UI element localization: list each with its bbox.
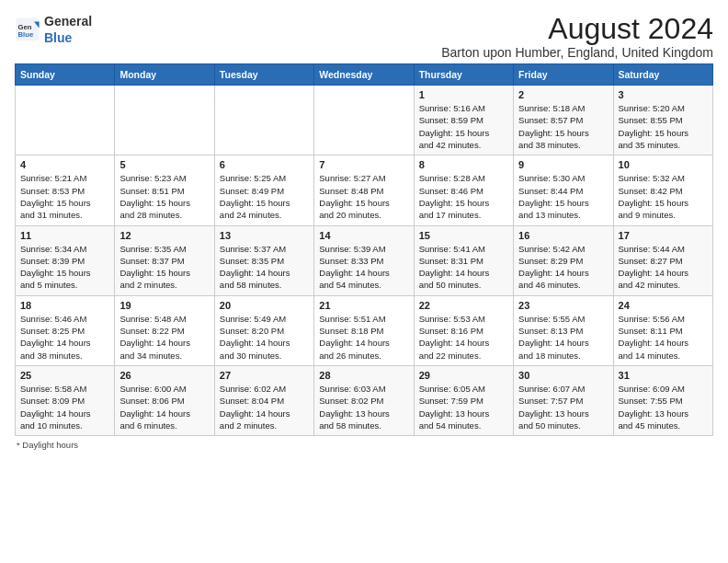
col-header-saturday: Saturday xyxy=(613,64,712,86)
svg-text:Gen: Gen xyxy=(18,23,32,31)
day-number: 8 xyxy=(419,159,508,170)
day-info: Sunrise: 6:03 AM Sunset: 8:02 PM Dayligh… xyxy=(319,383,408,431)
day-info: Sunrise: 5:30 AM Sunset: 8:44 PM Dayligh… xyxy=(518,172,608,221)
day-number: 12 xyxy=(119,230,209,241)
logo-general: General xyxy=(44,14,92,29)
day-number: 1 xyxy=(419,89,508,100)
day-cell: 28Sunrise: 6:03 AM Sunset: 8:02 PM Dayli… xyxy=(314,365,414,435)
day-number: 2 xyxy=(518,89,608,100)
day-info: Sunrise: 5:23 AM Sunset: 8:51 PM Dayligh… xyxy=(119,172,209,221)
day-info: Sunrise: 5:51 AM Sunset: 8:18 PM Dayligh… xyxy=(319,313,408,362)
day-number: 14 xyxy=(319,230,408,241)
day-cell: 11Sunrise: 5:34 AM Sunset: 8:39 PM Dayli… xyxy=(16,225,115,295)
day-info: Sunrise: 5:46 AM Sunset: 8:25 PM Dayligh… xyxy=(20,313,109,362)
day-number: 21 xyxy=(319,300,408,311)
day-number: 26 xyxy=(119,370,209,381)
day-cell: 8Sunrise: 5:28 AM Sunset: 8:46 PM Daylig… xyxy=(414,155,513,225)
day-info: Sunrise: 5:48 AM Sunset: 8:22 PM Dayligh… xyxy=(119,313,209,362)
day-info: Sunrise: 5:55 AM Sunset: 8:13 PM Dayligh… xyxy=(518,313,608,362)
day-cell: 29Sunrise: 6:05 AM Sunset: 7:59 PM Dayli… xyxy=(414,365,513,435)
day-cell xyxy=(214,86,313,155)
day-cell: 26Sunrise: 6:00 AM Sunset: 8:06 PM Dayli… xyxy=(115,365,214,435)
day-number: 28 xyxy=(319,370,408,381)
day-number: 4 xyxy=(20,159,109,170)
col-header-sunday: Sunday xyxy=(16,64,115,86)
day-number: 13 xyxy=(220,230,309,241)
day-cell: 31Sunrise: 6:09 AM Sunset: 7:55 PM Dayli… xyxy=(613,365,712,435)
day-number: 10 xyxy=(619,159,708,170)
day-cell: 19Sunrise: 5:48 AM Sunset: 8:22 PM Dayli… xyxy=(115,295,214,365)
day-info: Sunrise: 5:28 AM Sunset: 8:46 PM Dayligh… xyxy=(419,172,508,221)
week-row-3: 11Sunrise: 5:34 AM Sunset: 8:39 PM Dayli… xyxy=(16,225,713,295)
day-cell: 24Sunrise: 5:56 AM Sunset: 8:11 PM Dayli… xyxy=(613,295,712,365)
day-cell: 16Sunrise: 5:42 AM Sunset: 8:29 PM Dayli… xyxy=(514,225,613,295)
day-info: Sunrise: 5:27 AM Sunset: 8:48 PM Dayligh… xyxy=(319,172,408,221)
day-number: 3 xyxy=(619,89,708,100)
day-number: 27 xyxy=(220,370,309,381)
header-row: SundayMondayTuesdayWednesdayThursdayFrid… xyxy=(16,64,713,86)
day-number: 16 xyxy=(518,230,608,241)
calendar-table: SundayMondayTuesdayWednesdayThursdayFrid… xyxy=(15,63,713,436)
svg-text:Blue: Blue xyxy=(18,30,34,39)
day-number: 30 xyxy=(518,370,608,381)
day-info: Sunrise: 5:32 AM Sunset: 8:42 PM Dayligh… xyxy=(619,172,708,221)
day-number: 24 xyxy=(619,300,708,311)
day-info: Sunrise: 5:16 AM Sunset: 8:59 PM Dayligh… xyxy=(419,102,508,151)
title-block: August 2024 Barton upon Humber, England,… xyxy=(441,13,713,60)
day-info: Sunrise: 6:05 AM Sunset: 7:59 PM Dayligh… xyxy=(419,383,508,431)
day-info: Sunrise: 5:34 AM Sunset: 8:39 PM Dayligh… xyxy=(20,243,109,292)
day-cell: 27Sunrise: 6:02 AM Sunset: 8:04 PM Dayli… xyxy=(214,365,313,435)
day-info: Sunrise: 6:00 AM Sunset: 8:06 PM Dayligh… xyxy=(119,383,209,431)
day-cell: 4Sunrise: 5:21 AM Sunset: 8:53 PM Daylig… xyxy=(16,155,115,225)
day-cell xyxy=(314,86,414,155)
day-cell: 21Sunrise: 5:51 AM Sunset: 8:18 PM Dayli… xyxy=(314,295,414,365)
day-info: Sunrise: 5:44 AM Sunset: 8:27 PM Dayligh… xyxy=(619,243,708,292)
day-number: 15 xyxy=(419,230,508,241)
day-cell: 7Sunrise: 5:27 AM Sunset: 8:48 PM Daylig… xyxy=(314,155,414,225)
day-info: Sunrise: 5:42 AM Sunset: 8:29 PM Dayligh… xyxy=(518,243,608,292)
day-info: Sunrise: 5:56 AM Sunset: 8:11 PM Dayligh… xyxy=(619,313,708,362)
week-row-4: 18Sunrise: 5:46 AM Sunset: 8:25 PM Dayli… xyxy=(16,295,713,365)
logo-blue: Blue xyxy=(44,30,72,45)
day-cell: 18Sunrise: 5:46 AM Sunset: 8:25 PM Dayli… xyxy=(16,295,115,365)
day-number: 17 xyxy=(619,230,708,241)
day-number: 29 xyxy=(419,370,508,381)
day-info: Sunrise: 6:07 AM Sunset: 7:57 PM Dayligh… xyxy=(518,383,608,431)
logo-text: General Blue xyxy=(44,13,92,46)
day-cell: 12Sunrise: 5:35 AM Sunset: 8:37 PM Dayli… xyxy=(115,225,214,295)
week-row-5: 25Sunrise: 5:58 AM Sunset: 8:09 PM Dayli… xyxy=(16,365,713,435)
day-info: Sunrise: 6:09 AM Sunset: 7:55 PM Dayligh… xyxy=(619,383,708,431)
page: Gen Blue General Blue August 2024 Barton… xyxy=(0,0,728,459)
day-number: 19 xyxy=(119,300,209,311)
col-header-wednesday: Wednesday xyxy=(314,64,414,86)
header: Gen Blue General Blue August 2024 Barton… xyxy=(15,13,713,60)
day-cell: 13Sunrise: 5:37 AM Sunset: 8:35 PM Dayli… xyxy=(214,225,313,295)
day-number: 18 xyxy=(20,300,109,311)
day-cell: 20Sunrise: 5:49 AM Sunset: 8:20 PM Dayli… xyxy=(214,295,313,365)
day-cell: 15Sunrise: 5:41 AM Sunset: 8:31 PM Dayli… xyxy=(414,225,513,295)
day-cell xyxy=(115,86,214,155)
day-number: 31 xyxy=(619,370,708,381)
day-cell: 14Sunrise: 5:39 AM Sunset: 8:33 PM Dayli… xyxy=(314,225,414,295)
day-number: 6 xyxy=(220,159,309,170)
day-info: Sunrise: 5:18 AM Sunset: 8:57 PM Dayligh… xyxy=(518,102,608,151)
week-row-1: 1Sunrise: 5:16 AM Sunset: 8:59 PM Daylig… xyxy=(16,86,713,155)
day-cell: 25Sunrise: 5:58 AM Sunset: 8:09 PM Dayli… xyxy=(16,365,115,435)
day-number: 22 xyxy=(419,300,508,311)
generalblue-logo-icon: Gen Blue xyxy=(15,17,40,42)
col-header-friday: Friday xyxy=(514,64,613,86)
subtitle: Barton upon Humber, England, United King… xyxy=(441,45,713,60)
day-number: 25 xyxy=(20,370,109,381)
day-cell: 5Sunrise: 5:23 AM Sunset: 8:51 PM Daylig… xyxy=(115,155,214,225)
day-number: 7 xyxy=(319,159,408,170)
day-info: Sunrise: 5:41 AM Sunset: 8:31 PM Dayligh… xyxy=(419,243,508,292)
day-info: Sunrise: 5:25 AM Sunset: 8:49 PM Dayligh… xyxy=(220,172,309,221)
day-info: Sunrise: 5:21 AM Sunset: 8:53 PM Dayligh… xyxy=(20,172,109,221)
day-cell: 10Sunrise: 5:32 AM Sunset: 8:42 PM Dayli… xyxy=(613,155,712,225)
day-info: Sunrise: 6:02 AM Sunset: 8:04 PM Dayligh… xyxy=(220,383,309,431)
day-cell: 6Sunrise: 5:25 AM Sunset: 8:49 PM Daylig… xyxy=(214,155,313,225)
day-info: Sunrise: 5:20 AM Sunset: 8:55 PM Dayligh… xyxy=(619,102,708,151)
day-cell: 3Sunrise: 5:20 AM Sunset: 8:55 PM Daylig… xyxy=(613,86,712,155)
day-cell xyxy=(16,86,115,155)
day-number: 23 xyxy=(518,300,608,311)
